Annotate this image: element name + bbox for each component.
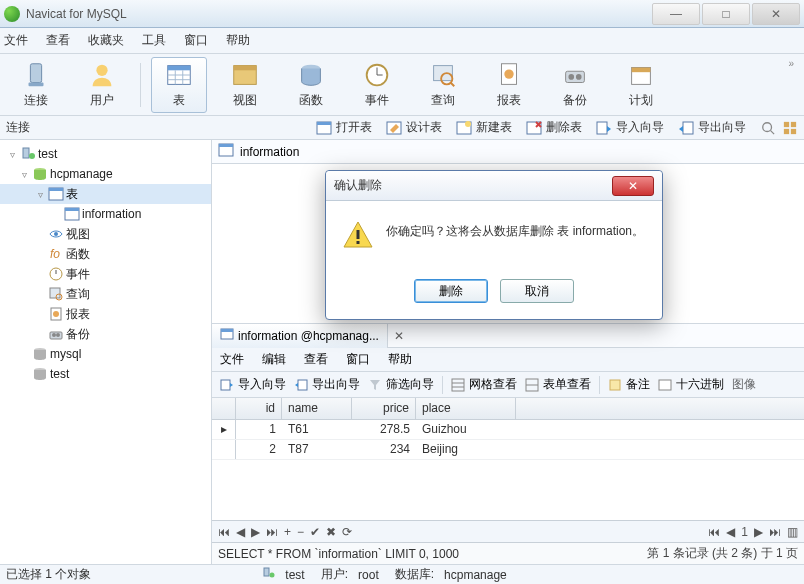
tool-report[interactable]: 报表 bbox=[481, 57, 537, 113]
nav-next[interactable]: ▶ bbox=[251, 525, 260, 539]
search-icon[interactable] bbox=[760, 120, 776, 136]
col-name[interactable]: name bbox=[282, 398, 352, 419]
tool-view-label: 视图 bbox=[233, 92, 257, 109]
menu-file[interactable]: 文件 bbox=[4, 32, 28, 49]
close-button[interactable]: ✕ bbox=[752, 3, 800, 25]
nav-first[interactable]: ⏮ bbox=[218, 525, 230, 539]
delete-table-button[interactable]: 删除表 bbox=[522, 117, 586, 138]
close-tab-button[interactable]: ✕ bbox=[388, 329, 410, 343]
grid-row[interactable]: 2 T87 234 Beijing bbox=[212, 440, 804, 460]
tree-db-mysql[interactable]: mysql bbox=[0, 344, 211, 364]
data-menu-file[interactable]: 文件 bbox=[220, 351, 244, 368]
cell[interactable]: T87 bbox=[282, 440, 352, 459]
toolbar-overflow[interactable]: » bbox=[788, 58, 794, 69]
cell[interactable]: 1 bbox=[236, 420, 282, 439]
tree-db-test[interactable]: test bbox=[0, 364, 211, 384]
page-prev[interactable]: ◀ bbox=[726, 525, 735, 539]
table-icon bbox=[64, 206, 80, 222]
data-menu-edit[interactable]: 编辑 bbox=[262, 351, 286, 368]
menu-help[interactable]: 帮助 bbox=[226, 32, 250, 49]
tree-reports[interactable]: 报表 bbox=[0, 304, 211, 324]
sql-status-bar: SELECT * FROM `information` LIMIT 0, 100… bbox=[212, 542, 804, 564]
menu-fav[interactable]: 收藏夹 bbox=[88, 32, 124, 49]
tree-conn-test[interactable]: ▿test bbox=[0, 144, 211, 164]
col-place[interactable]: place bbox=[416, 398, 516, 419]
nav-cancel[interactable]: ✖ bbox=[326, 525, 336, 539]
nav-last[interactable]: ⏭ bbox=[266, 525, 278, 539]
nav-prev[interactable]: ◀ bbox=[236, 525, 245, 539]
cell[interactable]: T61 bbox=[282, 420, 352, 439]
data-menu-help[interactable]: 帮助 bbox=[388, 351, 412, 368]
menu-view[interactable]: 查看 bbox=[46, 32, 70, 49]
menu-window[interactable]: 窗口 bbox=[184, 32, 208, 49]
row-marker-head bbox=[212, 398, 236, 419]
hex-button[interactable]: 十六进制 bbox=[658, 376, 724, 393]
tool-query-label: 查询 bbox=[431, 92, 455, 109]
cell[interactable]: 2 bbox=[236, 440, 282, 459]
data-menubar: 文件 编辑 查看 窗口 帮助 bbox=[212, 348, 804, 372]
import-wizard-button[interactable]: 导入向导 bbox=[592, 117, 668, 138]
tool-user[interactable]: 用户 bbox=[74, 57, 130, 113]
grid-view-icon[interactable] bbox=[782, 120, 798, 136]
export-wizard-button[interactable]: 导出向导 bbox=[674, 117, 750, 138]
open-table-button[interactable]: 打开表 bbox=[312, 117, 376, 138]
page-settings[interactable]: ▥ bbox=[787, 525, 798, 539]
tree-funcs[interactable]: fo函数 bbox=[0, 244, 211, 264]
minimize-button[interactable]: ― bbox=[652, 3, 700, 25]
query-icon bbox=[428, 60, 458, 90]
data-grid: id name price place ▸ 1 T61 278.5 Guizho… bbox=[212, 398, 804, 520]
status-user-label: 用户: bbox=[321, 566, 348, 583]
tree-backups[interactable]: 备份 bbox=[0, 324, 211, 344]
col-id[interactable]: id bbox=[236, 398, 282, 419]
svg-rect-74 bbox=[264, 568, 269, 576]
data-menu-window[interactable]: 窗口 bbox=[346, 351, 370, 368]
dialog-cancel-button[interactable]: 取消 bbox=[500, 279, 574, 303]
tool-schedule[interactable]: 计划 bbox=[613, 57, 669, 113]
tree-tables[interactable]: ▿表 bbox=[0, 184, 211, 204]
nav-refresh[interactable]: ⟳ bbox=[342, 525, 352, 539]
tool-func[interactable]: 函数 bbox=[283, 57, 339, 113]
new-table-button[interactable]: 新建表 bbox=[452, 117, 516, 138]
data-menu-view[interactable]: 查看 bbox=[304, 351, 328, 368]
tool-event[interactable]: 事件 bbox=[349, 57, 405, 113]
nav-delete[interactable]: − bbox=[297, 525, 304, 539]
dialog-delete-button[interactable]: 删除 bbox=[414, 279, 488, 303]
grid-row[interactable]: ▸ 1 T61 278.5 Guizhou bbox=[212, 420, 804, 440]
tool-table[interactable]: 表 bbox=[151, 57, 207, 113]
cell[interactable]: Beijing bbox=[416, 440, 516, 459]
data-import-button[interactable]: 导入向导 bbox=[220, 376, 286, 393]
grid-view-button[interactable]: 网格查看 bbox=[451, 376, 517, 393]
page-next[interactable]: ▶ bbox=[754, 525, 763, 539]
tool-view[interactable]: 视图 bbox=[217, 57, 273, 113]
database-icon bbox=[32, 346, 48, 362]
cell[interactable]: 234 bbox=[352, 440, 416, 459]
form-view-button[interactable]: 表单查看 bbox=[525, 376, 591, 393]
page-first[interactable]: ⏮ bbox=[708, 525, 720, 539]
maximize-button[interactable]: □ bbox=[702, 3, 750, 25]
cell[interactable]: 278.5 bbox=[352, 420, 416, 439]
tool-query[interactable]: 查询 bbox=[415, 57, 471, 113]
tree-views[interactable]: 视图 bbox=[0, 224, 211, 244]
tree-table-information[interactable]: information bbox=[0, 204, 211, 224]
nav-add[interactable]: + bbox=[284, 525, 291, 539]
image-button[interactable]: 图像 bbox=[732, 376, 756, 393]
tree-events[interactable]: 事件 bbox=[0, 264, 211, 284]
nav-commit[interactable]: ✔ bbox=[310, 525, 320, 539]
svg-point-29 bbox=[465, 121, 471, 127]
dialog-close-button[interactable]: ✕ bbox=[612, 176, 654, 196]
tree-queries[interactable]: 查询 bbox=[0, 284, 211, 304]
data-tab[interactable]: information @hcpmanag... bbox=[212, 324, 388, 348]
tool-backup[interactable]: 备份 bbox=[547, 57, 603, 113]
svg-rect-33 bbox=[597, 122, 607, 134]
tree-db-hcpmanage[interactable]: ▿hcpmanage bbox=[0, 164, 211, 184]
design-table-button[interactable]: 设计表 bbox=[382, 117, 446, 138]
page-last[interactable]: ⏭ bbox=[769, 525, 781, 539]
data-export-button[interactable]: 导出向导 bbox=[294, 376, 360, 393]
cell[interactable]: Guizhou bbox=[416, 420, 516, 439]
menu-tools[interactable]: 工具 bbox=[142, 32, 166, 49]
data-filter-button[interactable]: 筛选向导 bbox=[368, 376, 434, 393]
tool-connect[interactable]: 连接 bbox=[8, 57, 64, 113]
col-price[interactable]: price bbox=[352, 398, 416, 419]
svg-rect-37 bbox=[784, 121, 789, 126]
note-button[interactable]: 备注 bbox=[608, 376, 650, 393]
